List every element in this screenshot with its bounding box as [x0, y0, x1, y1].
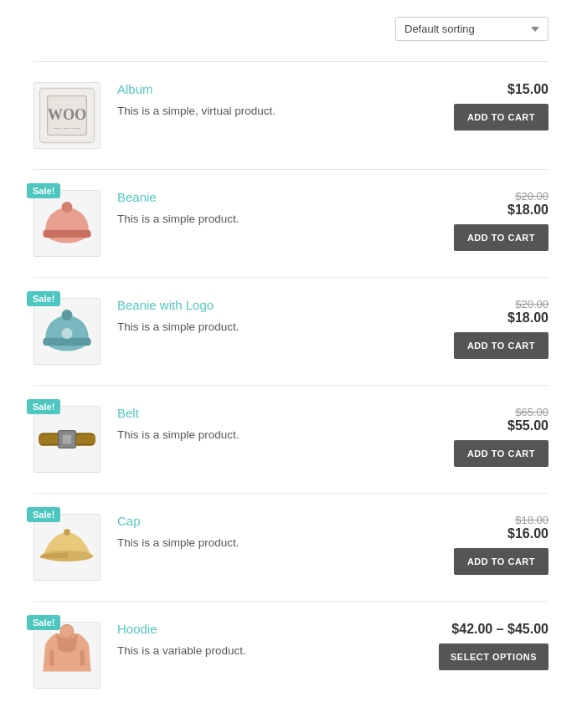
add-to-cart-button[interactable]: Add to Cart [454, 332, 549, 359]
price-sale: $18.00 [507, 310, 549, 326]
product-price: $20.00$18.00 [507, 298, 549, 326]
sale-badge: Sale! [27, 183, 60, 198]
product-image-belt [33, 406, 100, 473]
price-original: $20.00 [507, 190, 549, 203]
product-price: $42.00 – $45.00 [451, 622, 549, 637]
product-image-wrap-beanie-with-logo: Sale! [33, 298, 100, 365]
product-info: AlbumThis is a simple, virtual product. [117, 82, 415, 120]
product-price: $15.00 [507, 82, 549, 97]
svg-rect-5 [43, 230, 90, 238]
page-wrapper: Default sortingSort by popularitySort by… [0, 0, 582, 728]
svg-rect-19 [80, 650, 85, 667]
price-original: $18.00 [507, 514, 549, 526]
price-original: $20.00 [507, 298, 549, 310]
product-image-beanie [33, 190, 100, 257]
sale-badge: Sale! [27, 291, 60, 306]
product-image-album: WOO — — — [33, 82, 100, 149]
svg-text:— — —: — — — [54, 124, 81, 132]
product-action: $20.00$18.00Add to Cart [431, 298, 549, 359]
svg-text:WOO: WOO [48, 106, 86, 123]
svg-point-16 [64, 529, 70, 536]
product-name[interactable]: Album [117, 82, 415, 96]
price-sale: $55.00 [507, 418, 549, 433]
product-info: CapThis is a simple product. [117, 514, 415, 551]
product-name[interactable]: Hoodie [117, 622, 415, 636]
price-sale: $18.00 [507, 203, 549, 218]
product-info: Beanie with LogoThis is a simple product… [117, 298, 415, 336]
svg-rect-8 [43, 338, 90, 346]
product-image-wrap-beanie: Sale! [33, 190, 100, 257]
product-image-beanie-with-logo [33, 298, 100, 365]
product-description: This is a simple product. [117, 319, 415, 336]
product-action: $65.00$55.00Add to Cart [431, 406, 549, 467]
product-action: $20.00$18.00Add to Cart [431, 190, 549, 251]
product-name[interactable]: Belt [117, 406, 415, 420]
svg-point-9 [62, 310, 73, 320]
product-info: HoodieThis is a variable product. [117, 622, 415, 659]
product-description: This is a simple product. [117, 211, 415, 228]
product-action: $42.00 – $45.00Select Options [431, 622, 549, 670]
svg-point-17 [60, 625, 74, 638]
list-item: Sale! Beanie with LogoThis is a simple p… [33, 277, 549, 385]
product-name[interactable]: Beanie with Logo [117, 298, 415, 312]
product-info: BeltThis is a simple product. [117, 406, 415, 443]
price-range: $42.00 – $45.00 [451, 622, 549, 636]
toolbar: Default sortingSort by popularitySort by… [33, 17, 549, 41]
sale-badge: Sale! [27, 399, 60, 414]
svg-point-10 [62, 328, 73, 339]
sort-select[interactable]: Default sortingSort by popularitySort by… [395, 17, 549, 41]
product-description: This is a simple, virtual product. [117, 103, 415, 120]
svg-point-6 [62, 202, 73, 213]
select-options-button[interactable]: Select Options [439, 643, 549, 670]
product-list: WOO — — — AlbumThis is a simple, virtual… [33, 61, 549, 709]
product-price: $20.00$18.00 [507, 190, 549, 218]
product-info: BeanieThis is a simple product. [117, 190, 415, 228]
svg-rect-14 [63, 435, 71, 443]
product-description: This is a simple product. [117, 427, 415, 443]
product-image-cap [33, 514, 100, 581]
product-action: $18.00$16.00Add to Cart [431, 514, 549, 575]
price-original: $65.00 [507, 406, 549, 418]
add-to-cart-button[interactable]: Add to Cart [454, 440, 549, 467]
product-name[interactable]: Beanie [117, 190, 415, 204]
product-description: This is a variable product. [117, 643, 415, 659]
add-to-cart-button[interactable]: Add to Cart [454, 224, 549, 251]
product-price: $18.00$16.00 [507, 514, 549, 541]
product-image-wrap-cap: Sale! [33, 514, 100, 581]
sale-badge: Sale! [27, 507, 60, 522]
product-name[interactable]: Cap [117, 514, 415, 528]
svg-rect-18 [49, 650, 54, 667]
sale-badge: Sale! [27, 615, 60, 630]
add-to-cart-button[interactable]: Add to Cart [454, 104, 549, 131]
list-item: Sale! BeanieThis is a simple product.$20… [33, 169, 549, 277]
list-item: Sale! HoodieThis is a variable product.$… [33, 601, 549, 709]
price-regular: $15.00 [507, 82, 549, 96]
list-item: WOO — — — AlbumThis is a simple, virtual… [33, 61, 549, 169]
product-image-hoodie [33, 622, 100, 689]
list-item: Sale! CapThis is a simple product.$18.00… [33, 493, 549, 601]
product-description: This is a simple product. [117, 535, 415, 551]
list-item: Sale! BeltThis is a simple product.$65.0… [33, 385, 549, 493]
sort-wrapper: Default sortingSort by popularitySort by… [395, 17, 549, 41]
product-image-wrap-belt: Sale! [33, 406, 100, 473]
product-image-wrap-album: WOO — — — [33, 82, 100, 149]
product-price: $65.00$55.00 [507, 406, 549, 433]
price-sale: $16.00 [507, 526, 549, 541]
add-to-cart-button[interactable]: Add to Cart [454, 548, 549, 575]
product-image-wrap-hoodie: Sale! [33, 622, 100, 689]
product-action: $15.00Add to Cart [431, 82, 549, 131]
